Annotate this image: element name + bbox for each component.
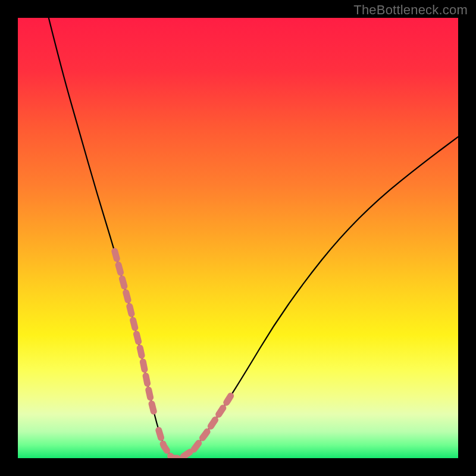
plot-area (18, 18, 458, 458)
outer-frame: TheBottleneck.com (0, 0, 476, 476)
background-gradient (18, 18, 458, 458)
watermark-text: TheBottleneck.com (353, 2, 468, 18)
svg-rect-0 (18, 18, 458, 458)
